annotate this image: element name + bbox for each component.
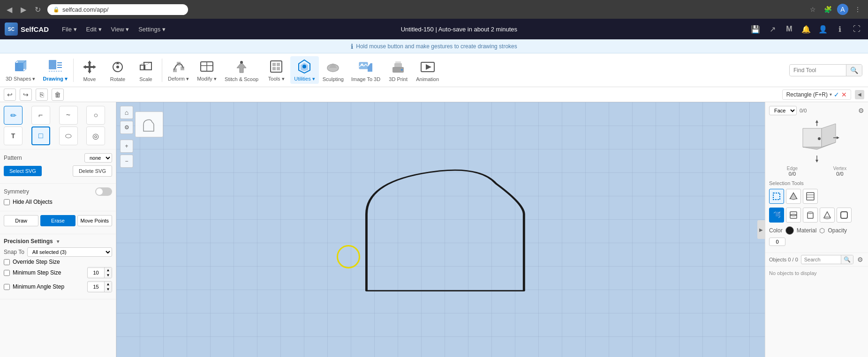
- undo-button[interactable]: ↩: [4, 89, 16, 101]
- move-points-button[interactable]: Move Points: [77, 215, 112, 226]
- color-swatch[interactable]: [785, 226, 794, 235]
- min-step-up[interactable]: ▲: [104, 268, 112, 273]
- min-angle-checkbox[interactable]: [4, 284, 10, 290]
- toolbar-drawing[interactable]: Drawing ▾: [39, 56, 71, 84]
- select-face-tool[interactable]: [786, 189, 801, 204]
- mode-confirm-icon[interactable]: ✓: [834, 91, 839, 98]
- toolbar-sculpting[interactable]: Sculpting: [319, 57, 347, 84]
- select-box-tool[interactable]: [769, 189, 784, 204]
- toolbar-utilities[interactable]: Utilities ▾: [290, 56, 319, 84]
- erase-button[interactable]: Erase: [40, 215, 75, 226]
- angle-tool[interactable]: ⌐: [31, 106, 50, 125]
- refresh-button[interactable]: ↻: [33, 3, 43, 16]
- find-tool-input[interactable]: [790, 65, 846, 75]
- extension-button[interactable]: 🧩: [822, 4, 833, 15]
- min-angle-input[interactable]: ▲ ▼: [87, 281, 112, 292]
- face-select[interactable]: Face: [769, 106, 797, 115]
- viewport-settings-icon[interactable]: ⚙: [858, 107, 864, 114]
- delete-button[interactable]: 🗑: [52, 89, 64, 101]
- target-tool[interactable]: ◎: [86, 126, 105, 145]
- panel-collapse-button[interactable]: ◀: [855, 90, 864, 99]
- address-bar[interactable]: 🔒 selfcad.com/app/: [47, 4, 188, 15]
- toolbar-3d-print[interactable]: 3D Print: [384, 57, 412, 84]
- min-step-input[interactable]: ▲ ▼: [87, 267, 112, 278]
- copy-button[interactable]: ⎘: [36, 89, 48, 101]
- cone-shape-btn[interactable]: [820, 208, 835, 223]
- profile-button[interactable]: A: [837, 4, 848, 15]
- home-button[interactable]: ⌂: [120, 106, 133, 119]
- m-button[interactable]: M: [783, 22, 796, 36]
- toolbar-3d-shapes[interactable]: 3D Shapes ▾: [2, 56, 39, 84]
- select-paint-tool[interactable]: [803, 189, 818, 204]
- selection-tools-row: [769, 189, 864, 204]
- right-panel-collapse-button[interactable]: ▶: [757, 220, 765, 239]
- fullscreen-button[interactable]: ⛶: [850, 22, 863, 36]
- toolbar-modify[interactable]: Modify ▾: [193, 56, 221, 84]
- cube-shape-btn[interactable]: [769, 208, 784, 223]
- min-step-checkbox[interactable]: [4, 270, 10, 276]
- scale-label: Scale: [139, 76, 152, 82]
- user-button[interactable]: 👤: [816, 22, 830, 36]
- toolbar-image-to-3d[interactable]: Image To 3D: [347, 57, 384, 84]
- draw-button[interactable]: Draw: [4, 215, 38, 226]
- min-angle-down[interactable]: ▼: [104, 287, 112, 292]
- mode-cancel-icon[interactable]: ✕: [841, 91, 847, 98]
- circle-draw-tool[interactable]: ○: [86, 106, 105, 125]
- objects-settings-button[interactable]: ⚙: [856, 255, 864, 264]
- curve-tool[interactable]: ~: [59, 106, 78, 125]
- symmetry-toggle[interactable]: [95, 187, 112, 196]
- find-tool-search-button[interactable]: 🔍: [846, 65, 862, 76]
- override-step-row: Override Step Size: [4, 259, 112, 265]
- toolbar-rotate[interactable]: Rotate: [104, 57, 132, 84]
- edge-item: Edge 0/0: [787, 166, 798, 177]
- more-button[interactable]: ⋮: [852, 4, 863, 15]
- toolbar-move[interactable]: Move: [75, 57, 104, 84]
- menu-settings[interactable]: Settings ▾: [135, 24, 169, 35]
- toolbar-deform[interactable]: Deform ▾: [164, 56, 193, 84]
- sphere-shape-btn[interactable]: [786, 208, 801, 223]
- cylinder-shape-btn[interactable]: [803, 208, 818, 223]
- toolbar-scale[interactable]: Scale: [132, 57, 160, 84]
- info-button[interactable]: ℹ: [833, 22, 846, 36]
- forward-button[interactable]: ▶: [19, 3, 28, 16]
- objects-search-input[interactable]: [801, 256, 841, 263]
- toolbar-stitch-scoop[interactable]: Stitch & Scoop: [221, 57, 262, 84]
- delete-svg-button[interactable]: Delete SVG: [73, 165, 112, 177]
- material-icon[interactable]: ⬡: [819, 227, 825, 234]
- zoom-in-button[interactable]: +: [120, 140, 133, 153]
- rect-tool[interactable]: □: [31, 126, 50, 145]
- objects-search-button[interactable]: 🔍: [841, 255, 853, 264]
- back-button[interactable]: ◀: [5, 3, 14, 16]
- override-step-checkbox[interactable]: [4, 259, 10, 265]
- view-options-button[interactable]: ⚙: [120, 121, 133, 134]
- select-svg-button[interactable]: Select SVG: [4, 166, 42, 176]
- toolbar-tools[interactable]: Tools ▾: [262, 56, 290, 84]
- color-material-row: Color Material ⬡ Opacity 0: [769, 226, 864, 246]
- share-button[interactable]: ↗: [766, 22, 779, 36]
- ellipse-tool[interactable]: ⬭: [59, 126, 78, 145]
- drawing-mode-badge[interactable]: Rectangle (F+R) ▾ ✓ ✕: [782, 89, 851, 100]
- min-step-down[interactable]: ▼: [104, 273, 112, 278]
- star-button[interactable]: ☆: [807, 4, 818, 15]
- min-angle-value[interactable]: [88, 283, 104, 290]
- menu-file[interactable]: File ▾: [58, 24, 81, 35]
- torus-shape-btn[interactable]: [837, 208, 852, 223]
- notification-button[interactable]: 🔔: [800, 22, 813, 36]
- text-tool[interactable]: T: [4, 126, 23, 145]
- zoom-out-button[interactable]: −: [120, 155, 133, 168]
- save-button[interactable]: 💾: [749, 22, 762, 36]
- menu-edit[interactable]: Edit ▾: [83, 24, 106, 35]
- snap-dropdown[interactable]: All selected (3): [27, 247, 112, 257]
- pattern-select[interactable]: none: [84, 153, 112, 163]
- min-angle-up[interactable]: ▲: [104, 282, 112, 287]
- redo-button[interactable]: ↪: [20, 89, 32, 101]
- pen-tool[interactable]: ✏: [4, 106, 23, 125]
- svg-rect-23: [271, 61, 282, 72]
- precision-header[interactable]: Precision Settings ▼: [4, 238, 112, 245]
- menu-view[interactable]: View ▾: [107, 24, 133, 35]
- opacity-input[interactable]: 0: [769, 238, 785, 246]
- min-step-value[interactable]: [88, 269, 104, 276]
- toolbar-animation[interactable]: Animation: [412, 57, 443, 84]
- hide-all-checkbox[interactable]: [4, 199, 10, 205]
- canvas-area[interactable]: ⌂ ⚙ + − ▶: [116, 102, 765, 357]
